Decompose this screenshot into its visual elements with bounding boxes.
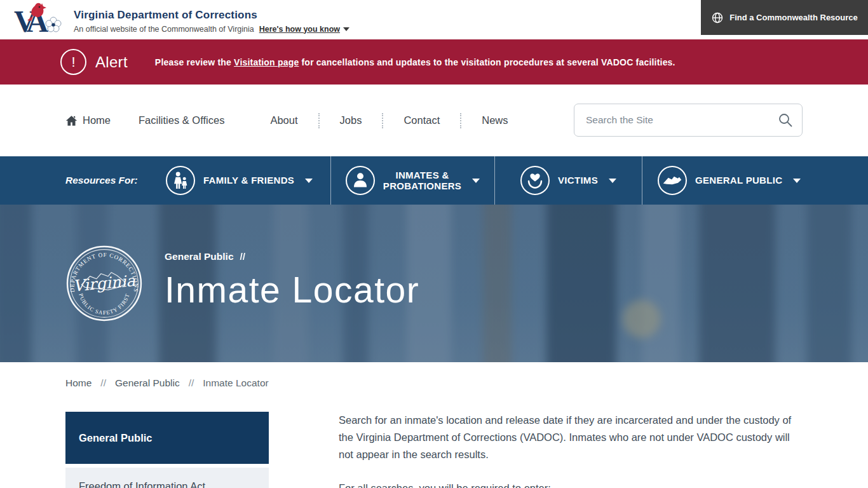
agency-title: Virginia Department of Corrections (74, 9, 349, 22)
chevron-down-icon (343, 27, 349, 31)
official-website-text: An official website of the Commonwealth … (74, 25, 254, 34)
nav-home[interactable]: Home (65, 114, 111, 126)
seal-bottom-text: PUBLIC SAFETY FIRST (78, 293, 131, 316)
breadcrumb: Home // General Public // Inmate Locator (65, 377, 868, 389)
site-search (574, 104, 803, 137)
resources-bar: Resources For: FAMILY & FRIENDS INMATES … (0, 156, 868, 205)
vadoc-seal: DEPARTMENT OF CORRECTIONS PUBLIC SAFETY … (65, 245, 143, 322)
nav-divider (460, 113, 461, 128)
breadcrumb-separator: // (100, 377, 106, 389)
requirements-intro: For all searches, you will be required t… (339, 480, 801, 488)
nav-contact[interactable]: Contact (403, 114, 440, 126)
sidebar: General Public Freedom of Information Ac… (65, 412, 269, 488)
how-you-know-label: Here's how you know (259, 25, 340, 34)
globe-icon (711, 11, 724, 24)
visitation-page-link[interactable]: Visitation page (234, 57, 299, 67)
nav-home-label: Home (83, 114, 111, 126)
alert-banner: ! Alert Please review the Visitation pag… (0, 39, 868, 85)
menu-label: INMATES & (395, 170, 449, 180)
victims-icon (520, 166, 550, 195)
nav-divider (318, 113, 320, 128)
utility-header: VA Virginia Department of Corrections An… (0, 0, 868, 39)
search-input[interactable] (586, 114, 778, 126)
nav-jobs-label: Jobs (340, 114, 362, 126)
menu-label: VICTIMS (558, 175, 598, 186)
seal-virginia-script: Virginia (72, 271, 137, 295)
main-nav: Home Facilities & Offices About Jobs Con… (0, 85, 868, 156)
sidebar-header-general-public[interactable]: General Public (65, 412, 269, 464)
menu-label: FAMILY & FRIENDS (203, 175, 294, 186)
nav-divider (382, 113, 383, 128)
breadcrumb-general-public-link[interactable]: General Public (115, 377, 180, 389)
page-title: Inmate Locator (165, 269, 419, 311)
caret-down-icon (305, 179, 313, 183)
how-you-know-link[interactable]: Here's how you know (259, 25, 349, 34)
nav-jobs[interactable]: Jobs (340, 114, 362, 126)
breadcrumb-home-link[interactable]: Home (65, 377, 92, 389)
hero-eyebrow[interactable]: General Public // (165, 251, 419, 262)
alert-icon: ! (60, 49, 86, 75)
menu-victims[interactable]: VICTIMS (494, 156, 642, 205)
menu-label: GENERAL PUBLIC (695, 175, 782, 186)
menu-general-public[interactable]: GENERAL PUBLIC (642, 156, 868, 205)
breadcrumb-current: Inmate Locator (203, 377, 268, 389)
va-logo[interactable]: VA (14, 2, 70, 37)
hero-banner: DEPARTMENT OF CORRECTIONS PUBLIC SAFETY … (0, 205, 868, 362)
content-area: General Public Freedom of Information Ac… (0, 412, 868, 488)
hero-eyebrow-label: General Public (165, 251, 234, 262)
sidebar-panel: Freedom of Information Act (65, 468, 269, 488)
resources-for-label: Resources For: (65, 156, 148, 205)
commonwealth-resource-button[interactable]: Find a Commonwealth Resource (701, 0, 868, 35)
nav-news[interactable]: News (482, 114, 508, 126)
svg-text:VA: VA (14, 4, 48, 37)
hero-eyebrow-separator: // (240, 251, 246, 262)
alert-label: Alert (95, 53, 128, 71)
caret-down-icon (472, 179, 480, 183)
inmate-icon (346, 166, 375, 195)
nav-news-label: News (482, 114, 508, 126)
home-icon (65, 115, 78, 126)
menu-inmates-probationers[interactable]: INMATES &PROBATIONERS (330, 156, 494, 205)
nav-about-label: About (270, 114, 297, 126)
nav-facilities-label: Facilities & Offices (139, 114, 224, 126)
caret-down-icon (609, 179, 616, 183)
alert-message-prefix: Please review the (155, 57, 234, 67)
search-icon[interactable] (778, 112, 793, 128)
alert-message-suffix: for cancellations and updates to the vis… (299, 57, 675, 67)
family-icon (166, 166, 195, 195)
sidebar-item-foia[interactable]: Freedom of Information Act (79, 480, 255, 488)
nav-contact-label: Contact (403, 114, 440, 126)
svg-text:PUBLIC SAFETY FIRST: PUBLIC SAFETY FIRST (78, 293, 131, 316)
breadcrumb-separator: // (189, 377, 194, 389)
menu-family-friends[interactable]: FAMILY & FRIENDS (148, 156, 330, 205)
virginia-state-icon (658, 166, 687, 195)
caret-down-icon (793, 179, 801, 183)
nav-facilities-offices[interactable]: Facilities & Offices (139, 114, 224, 126)
intro-paragraph: Search for an inmate's location and rele… (339, 412, 801, 463)
nav-about[interactable]: About (270, 114, 297, 126)
menu-label-line2: PROBATIONERS (383, 180, 461, 191)
commonwealth-resource-label: Find a Commonwealth Resource (729, 13, 858, 22)
main-content: Search for an inmate's location and rele… (339, 412, 801, 488)
alert-message: Please review the Visitation page for ca… (155, 57, 675, 67)
